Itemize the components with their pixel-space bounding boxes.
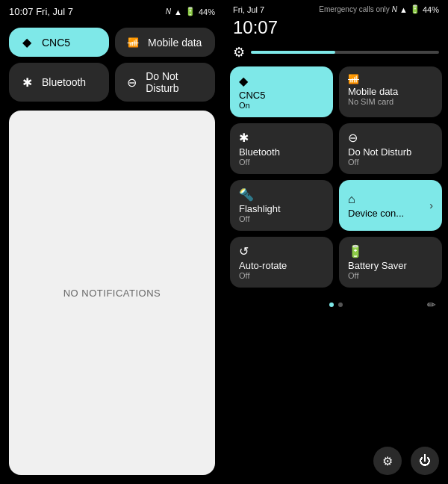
right-tile-battery-saver[interactable]: 🔋 Battery Saver Off: [339, 237, 442, 288]
right-device-ctrl-content: ⌂ Device con...: [348, 193, 404, 219]
mobile-data-icon: 📶: [125, 37, 140, 48]
left-tile-dnd[interactable]: ⊖ Do Not Disturb: [115, 63, 215, 102]
left-tile-wifi-label: CNC5: [42, 37, 70, 49]
right-tiles-grid: ◆ CNC5 On 📶 Mobile data No SIM card ✱ Bl…: [230, 66, 442, 294]
left-status-bar: 10:07 Fri, Jul 7 N ▲ 🔋 44%: [0, 0, 224, 22]
right-device-ctrl-label: Device con...: [348, 208, 404, 219]
right-tile-device-controls[interactable]: ⌂ Device con... ›: [339, 180, 442, 231]
right-tile-wifi[interactable]: ◆ CNC5 On: [230, 66, 333, 117]
brightness-fill: [251, 51, 335, 54]
left-tile-bluetooth-label: Bluetooth: [42, 76, 86, 88]
right-wifi-tile-sub: On: [239, 101, 324, 110]
left-time: 10:07 Fri, Jul 7: [9, 6, 73, 17]
right-battery-icon: 🔋: [410, 4, 420, 14]
left-tile-mobile-data[interactable]: 📶 Mobile data: [115, 28, 215, 57]
no-notifications-text: NO NOTIFICATIONS: [63, 288, 161, 299]
right-rotate-tile-icon: ↺: [239, 244, 324, 258]
right-status-right: Emergency calls only N ▲ 🔋 44%: [319, 4, 439, 14]
right-bluetooth-tile-label: Bluetooth: [239, 146, 324, 158]
right-wifi-icon: ▲: [399, 5, 408, 14]
right-emergency: Emergency calls only: [319, 5, 389, 13]
right-dnd-tile-icon: ⊖: [348, 131, 433, 145]
right-tile-flashlight[interactable]: 🔦 Flashlight Off: [230, 180, 333, 231]
right-bluetooth-tile-icon: ✱: [239, 131, 324, 145]
left-tile-dnd-label: Do Not Disturb: [146, 70, 205, 94]
edit-icon[interactable]: ✏: [427, 299, 436, 311]
right-tile-dnd[interactable]: ⊖ Do Not Disturb Off: [339, 123, 442, 174]
left-wifi-icon: ▲: [174, 7, 182, 16]
left-status-icons: N ▲ 🔋 44%: [166, 7, 215, 16]
dots-container: ✏: [230, 294, 442, 316]
right-wifi-tile-icon: ◆: [239, 74, 324, 88]
notification-area: NO NOTIFICATIONS: [9, 111, 215, 475]
settings-button[interactable]: ⚙: [373, 447, 402, 475]
right-mobile-tile-icon: 📶: [348, 74, 433, 84]
brightness-row[interactable]: ⚙: [230, 41, 442, 66]
right-status-bar: Fri, Jul 7 Emergency calls only N ▲ 🔋 44…: [230, 0, 442, 16]
right-date: Fri, Jul 7: [233, 5, 264, 14]
wifi-icon: ◆: [19, 35, 34, 49]
left-tile-wifi[interactable]: ◆ CNC5: [9, 28, 109, 57]
right-rotate-tile-label: Auto-rotate: [239, 260, 324, 271]
right-flashlight-tile-label: Flashlight: [239, 203, 324, 214]
right-tile-auto-rotate[interactable]: ↺ Auto-rotate Off: [230, 237, 333, 288]
right-panel: Fri, Jul 7 Emergency calls only N ▲ 🔋 44…: [224, 0, 448, 484]
right-signal-icon: N: [392, 5, 397, 13]
left-quick-tiles: ◆ CNC5 📶 Mobile data ✱ Bluetooth ⊖ Do No…: [0, 22, 224, 108]
power-icon: ⏻: [419, 454, 431, 468]
right-dnd-tile-label: Do Not Disturb: [348, 146, 433, 158]
bottom-icons: ⚙ ⏻: [230, 441, 442, 484]
right-dnd-tile-sub: Off: [348, 158, 433, 167]
dots-row: [329, 298, 343, 311]
brightness-icon: ⚙: [233, 44, 245, 60]
right-battery-saver-tile-icon: 🔋: [348, 244, 433, 258]
right-bluetooth-tile-sub: Off: [239, 158, 324, 167]
right-battery-saver-tile-label: Battery Saver: [348, 260, 433, 271]
right-rotate-tile-sub: Off: [239, 271, 324, 280]
brightness-bar[interactable]: [251, 51, 439, 54]
dot-2: [338, 302, 343, 307]
right-wifi-tile-label: CNC5: [239, 90, 324, 101]
right-device-ctrl-icon: ⌂: [348, 193, 404, 206]
right-flashlight-tile-sub: Off: [239, 214, 324, 223]
left-signal-icon: N: [166, 7, 171, 16]
left-tile-bluetooth[interactable]: ✱ Bluetooth: [9, 63, 109, 102]
right-mobile-tile-sub: No SIM card: [348, 97, 433, 106]
dot-1: [329, 302, 334, 307]
dnd-icon: ⊖: [125, 75, 138, 90]
power-button[interactable]: ⏻: [411, 447, 439, 475]
left-battery-pct: 44%: [199, 7, 215, 16]
bluetooth-icon: ✱: [19, 75, 34, 90]
right-time: 10:07: [230, 16, 442, 41]
left-panel: 10:07 Fri, Jul 7 N ▲ 🔋 44% ◆ CNC5 📶 Mobi…: [0, 0, 224, 484]
right-mobile-tile-label: Mobile data: [348, 86, 433, 97]
left-tile-mobile-label: Mobile data: [148, 37, 202, 49]
right-battery-pct: 44%: [423, 5, 439, 14]
right-tile-mobile-data[interactable]: 📶 Mobile data No SIM card: [339, 66, 442, 117]
left-battery-icon: 🔋: [185, 7, 196, 16]
right-battery-saver-tile-sub: Off: [348, 271, 433, 280]
right-flashlight-tile-icon: 🔦: [239, 187, 324, 202]
right-device-ctrl-arrow: ›: [429, 199, 433, 211]
right-tile-bluetooth[interactable]: ✱ Bluetooth Off: [230, 123, 333, 174]
settings-icon: ⚙: [382, 454, 393, 468]
